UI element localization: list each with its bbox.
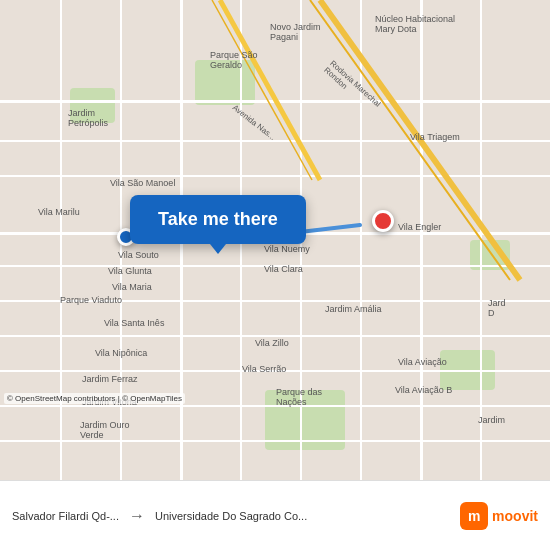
road-h5	[0, 265, 550, 267]
to-label: Universidade Do Sagrado Co...	[155, 510, 307, 522]
moovit-icon: m	[460, 502, 488, 530]
road-h8	[0, 370, 550, 372]
moovit-text: moovit	[492, 508, 538, 524]
bottom-bar: Salvador Filardi Qd-... → Universidade D…	[0, 480, 550, 550]
route-info: Salvador Filardi Qd-... → Universidade D…	[12, 507, 448, 525]
dest-pin-circle	[372, 210, 394, 232]
moovit-logo: m moovit	[460, 502, 538, 530]
from-label: Salvador Filardi Qd-...	[12, 510, 119, 522]
road-v6	[360, 0, 362, 480]
take-me-there-button[interactable]: Take me there	[130, 195, 306, 244]
callout-label: Take me there	[158, 209, 278, 229]
road-h2	[0, 140, 550, 142]
destination-marker	[372, 210, 394, 232]
road-h10	[0, 440, 550, 442]
road-v8	[480, 0, 482, 480]
map-container: Novo JardimPagani Núcleo HabitacionalMar…	[0, 0, 550, 480]
road-h6	[0, 300, 550, 302]
road-h1	[0, 100, 550, 103]
green-area-parque-sao-geraldo	[195, 60, 255, 105]
road-v7	[420, 0, 423, 480]
green-area-jardim-petropolis	[70, 88, 115, 123]
arrow-icon: →	[129, 507, 145, 525]
map-attribution: © OpenStreetMap contributors | © OpenMap…	[4, 393, 185, 404]
road-v1	[60, 0, 62, 480]
road-h7	[0, 335, 550, 337]
road-h3	[0, 175, 550, 177]
road-h9	[0, 405, 550, 407]
